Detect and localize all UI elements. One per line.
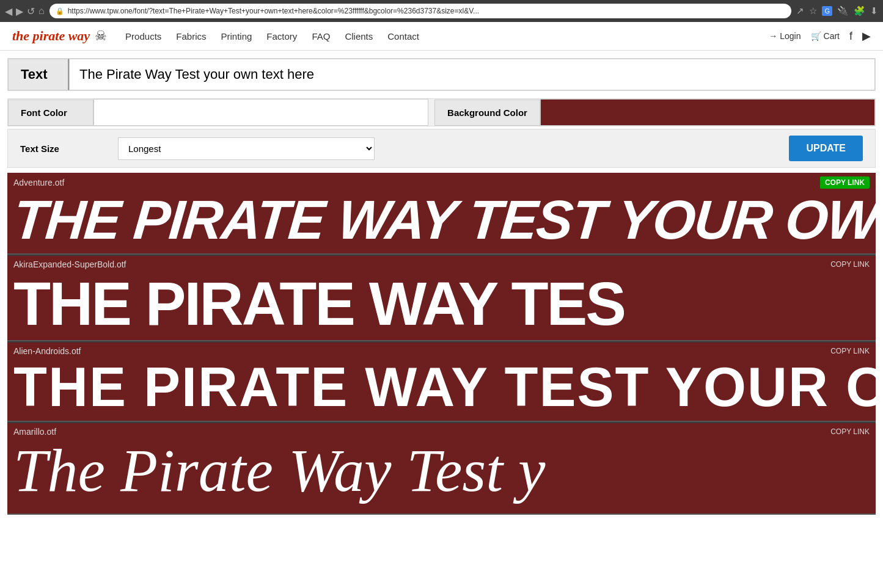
font-preview-text-alien: THE PIRATE WAY TEST YOUR OWN	[13, 360, 876, 418]
download-icon[interactable]: ⬇	[870, 5, 878, 16]
copy-link-akira[interactable]: COPY LINK	[830, 260, 870, 269]
text-label: Text	[8, 59, 69, 90]
font-preview-alien: THE PIRATE WAY TEST YOUR OWN	[7, 360, 876, 421]
address-bar[interactable]: 🔒 https://www.tpw.one/font/?text=The+Pir…	[49, 4, 792, 18]
text-size-label: Text Size	[20, 143, 118, 154]
text-input[interactable]	[69, 59, 875, 90]
cart-button[interactable]: 🛒 Cart	[811, 31, 840, 41]
logo-text: the pirate way	[12, 28, 90, 44]
facebook-icon[interactable]: f	[849, 30, 852, 43]
color-controls: Font Color Background Color	[7, 98, 876, 126]
update-button[interactable]: UPDATE	[789, 136, 863, 161]
copy-link-amarillo[interactable]: COPY LINK	[830, 427, 870, 436]
font-section-header-adventure: Adventure.otf COPY LINK	[7, 173, 876, 192]
font-name-amarillo: Amarillo.otf	[13, 427, 56, 437]
font-preview-akira: THE PIRATE WAY TES	[7, 273, 876, 340]
youtube-icon[interactable]: ▶	[862, 29, 871, 43]
font-preview-text-akira: THE PIRATE WAY TES	[13, 273, 625, 338]
cart-icon: 🛒	[811, 31, 821, 41]
puzzle-icon[interactable]: 🧩	[854, 5, 865, 16]
copy-link-adventure[interactable]: COPY LINK	[820, 176, 870, 189]
nav-printing[interactable]: Printing	[221, 31, 252, 42]
star-icon[interactable]: ☆	[809, 5, 817, 16]
font-name-akira: AkiraExpanded-SuperBold.otf	[13, 260, 126, 269]
url-text: https://www.tpw.one/font/?text=The+Pirat…	[68, 7, 786, 15]
site-wrapper: the pirate way ☠ Products Fabrics Printi…	[0, 22, 883, 588]
color-row: Font Color Background Color	[8, 99, 875, 126]
translate-icon[interactable]: G	[822, 6, 832, 16]
skull-icon: ☠	[95, 28, 107, 44]
bg-color-input[interactable]	[540, 99, 875, 126]
refresh-button[interactable]: ↺	[27, 5, 35, 17]
font-name-alien: Alien-Androids.otf	[13, 346, 81, 356]
font-section-alien: Alien-Androids.otf COPY LINK THE PIRATE …	[7, 343, 876, 422]
browser-nav-icons: ◀ ▶ ↺ ⌂	[5, 5, 45, 17]
share-icon[interactable]: ↗	[796, 5, 804, 16]
extension-icon[interactable]: 🔌	[837, 5, 849, 16]
bg-color-label: Background Color	[434, 100, 540, 126]
copy-link-alien[interactable]: COPY LINK	[830, 347, 870, 355]
text-size-select[interactable]: Longest Large Medium Small XL	[118, 137, 375, 160]
font-section-header-amarillo: Amarillo.otf COPY LINK	[7, 423, 876, 440]
forward-button[interactable]: ▶	[16, 5, 23, 17]
login-button[interactable]: → Login	[769, 31, 801, 41]
size-controls: Text Size Longest Large Medium Small XL …	[7, 129, 876, 168]
font-section-adventure: Adventure.otf COPY LINK THE PIRATE WAY T…	[7, 173, 876, 255]
font-preview-amarillo: The Pirate Way Test y	[7, 440, 876, 507]
font-name-adventure: Adventure.otf	[13, 178, 64, 187]
nav-faq[interactable]: FAQ	[312, 31, 330, 42]
back-button[interactable]: ◀	[5, 5, 12, 17]
font-previews: Adventure.otf COPY LINK THE PIRATE WAY T…	[7, 173, 876, 515]
font-section-amarillo: Amarillo.otf COPY LINK The Pirate Way Te…	[7, 423, 876, 515]
logo-area: the pirate way ☠	[12, 28, 107, 44]
font-color-label: Font Color	[8, 100, 93, 126]
login-arrow-icon: →	[769, 31, 777, 41]
site-header: the pirate way ☠ Products Fabrics Printi…	[0, 22, 883, 51]
browser-chrome: ◀ ▶ ↺ ⌂ 🔒 https://www.tpw.one/font/?text…	[0, 0, 883, 22]
cart-label: Cart	[824, 31, 840, 41]
main-nav: Products Fabrics Printing Factory FAQ Cl…	[125, 31, 769, 42]
home-button[interactable]: ⌂	[38, 5, 45, 16]
nav-fabrics[interactable]: Fabrics	[176, 31, 206, 42]
nav-products[interactable]: Products	[125, 31, 161, 42]
font-section-akira: AkiraExpanded-SuperBold.otf COPY LINK TH…	[7, 256, 876, 341]
login-label: Login	[780, 31, 801, 41]
font-preview-text-adventure: THE PIRATE WAY TEST YOUR OWN TEXT H	[11, 192, 876, 247]
font-preview-text-amarillo: The Pirate Way Test y	[13, 440, 545, 504]
text-input-section: Text	[7, 58, 876, 91]
font-preview-adventure: THE PIRATE WAY TEST YOUR OWN TEXT H	[7, 192, 876, 253]
header-actions: → Login 🛒 Cart f ▶	[769, 29, 871, 43]
main-content: Text Font Color Background Color Text Si…	[0, 58, 883, 515]
nav-factory[interactable]: Factory	[266, 31, 297, 42]
nav-contact[interactable]: Contact	[387, 31, 419, 42]
lock-icon: 🔒	[56, 7, 64, 15]
nav-clients[interactable]: Clients	[345, 31, 373, 42]
font-section-header-akira: AkiraExpanded-SuperBold.otf COPY LINK	[7, 256, 876, 273]
font-color-input[interactable]	[93, 99, 428, 126]
font-section-header-alien: Alien-Androids.otf COPY LINK	[7, 343, 876, 360]
browser-actions: ↗ ☆ G 🔌 🧩 ⬇	[796, 5, 878, 16]
